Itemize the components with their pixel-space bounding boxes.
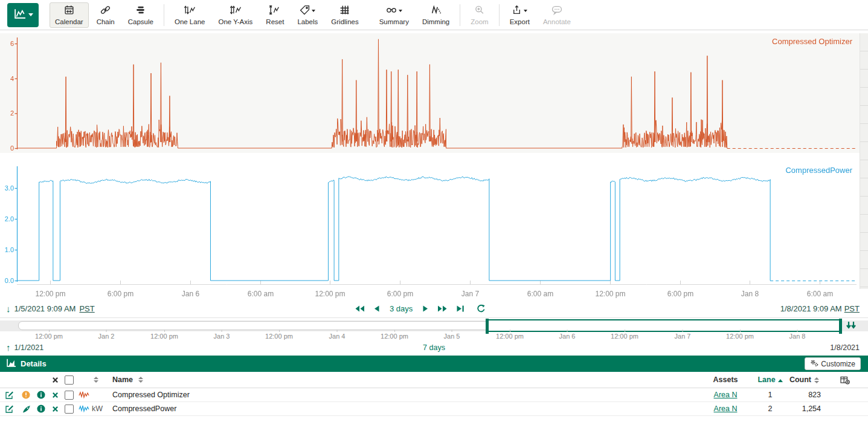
table-row-compressedpower[interactable]: kW CompressedPower Area N 2 1,254: [0, 402, 868, 416]
row-checkbox[interactable]: [65, 405, 74, 414]
display-range-start[interactable]: 1/5/2021 9:09 AM: [14, 304, 76, 313]
toolbar-separator: [460, 4, 460, 26]
count-value: 1,254: [787, 405, 839, 413]
gears-icon: [810, 359, 818, 369]
toolbar-summary-button[interactable]: Summary: [374, 2, 414, 28]
signal-unit: kW: [92, 405, 112, 413]
refresh-icon[interactable]: [475, 303, 487, 314]
step-back-button[interactable]: [372, 304, 381, 314]
sort-count-column[interactable]: [814, 377, 819, 383]
timeline-selection[interactable]: [487, 319, 841, 332]
column-header-lane[interactable]: Lane: [753, 375, 787, 384]
column-header-count[interactable]: Count: [787, 375, 839, 384]
timeline-tick-label: 12:00 pm: [496, 333, 524, 340]
info-icon[interactable]: [34, 391, 48, 399]
column-header-name[interactable]: Name: [112, 375, 133, 384]
export-icon: [512, 5, 522, 17]
step-forward-button[interactable]: [421, 304, 430, 314]
select-all-checkbox[interactable]: [65, 375, 74, 385]
details-panel-title: Details: [21, 359, 47, 368]
warning-icon[interactable]: [18, 391, 34, 399]
step-to-end-button[interactable]: [455, 304, 466, 314]
lane-resize-scrollbar[interactable]: [860, 33, 868, 289]
step-back-half-button[interactable]: [353, 304, 366, 314]
series-label-compressed-optimizer[interactable]: Compressed Optimizer: [772, 37, 852, 46]
timeline-overview: 12:00 pm Jan 2 12:00 pm Jan 3 12:00 pm J…: [0, 318, 868, 356]
duration-label[interactable]: 3 days: [390, 304, 413, 313]
timeline-axis-labels: 12:00 pm Jan 2 12:00 pm Jan 3 12:00 pm J…: [0, 333, 868, 341]
timeline-tick-label: Jan 7: [675, 333, 691, 340]
zoom-magnifier-icon: [474, 5, 484, 17]
edit-properties-icon[interactable]: [0, 405, 18, 414]
asset-link[interactable]: Area N: [714, 405, 738, 413]
reset-axes-icon: [269, 5, 281, 17]
details-panel-header: Details Customize: [0, 356, 868, 372]
step-forward-half-button[interactable]: [436, 304, 449, 314]
timeline-tick-label: Jan 6: [559, 333, 576, 340]
toolbar-zoom-button[interactable]: Zoom: [465, 2, 493, 28]
auto-update-icon[interactable]: [846, 320, 858, 334]
trend-chart-icon: [13, 8, 27, 21]
investigate-range-duration[interactable]: 7 days: [0, 343, 868, 352]
timeline-summary-row: ↑ 1/1/2021 7 days 1/8/2021: [0, 343, 868, 354]
timezone-link[interactable]: PST: [844, 304, 860, 313]
display-range-navigation: ↓ 1/5/2021 9:09 AM PST 3 days 1/8/2021 9…: [0, 301, 868, 318]
toolbar-one-lane-button[interactable]: One Lane: [169, 2, 211, 28]
toolbar-labels-button[interactable]: Labels: [292, 2, 323, 28]
one-y-axis-icon: [230, 5, 242, 17]
sort-name-column[interactable]: [138, 377, 143, 383]
toolbar-chain-button[interactable]: Chain: [91, 2, 120, 28]
range-start-arrow-icon: ↓: [6, 305, 11, 313]
toolbar-annotate-button[interactable]: Annotate: [538, 2, 576, 28]
signal-color-squiggle-icon[interactable]: [76, 391, 92, 399]
remove-all-icon[interactable]: [48, 377, 62, 383]
toolbar-calendar-button[interactable]: Calendar: [50, 2, 89, 28]
tag-icon: [300, 5, 310, 17]
worksheet-view-dropdown-button[interactable]: [7, 3, 39, 27]
gridlines-icon: [339, 5, 350, 17]
chevron-down-icon: [524, 10, 527, 12]
info-icon[interactable]: [34, 405, 48, 413]
signal-name[interactable]: CompressedPower: [112, 405, 698, 413]
toolbar-separator: [499, 4, 500, 26]
toolbar-export-button[interactable]: Export: [504, 2, 535, 28]
toolbar-capsule-button[interactable]: Capsule: [123, 2, 159, 28]
toolbar-one-y-axis-button[interactable]: One Y-Axis: [213, 2, 258, 28]
customize-button[interactable]: Customize: [805, 357, 861, 370]
dimming-icon: [431, 5, 442, 17]
toolbar-gridlines-button[interactable]: Gridlines: [326, 2, 364, 28]
asset-link[interactable]: Area N: [714, 391, 738, 399]
series-label-compressedpower[interactable]: CompressedPower: [785, 166, 852, 175]
toolbar-dimming-button[interactable]: Dimming: [417, 2, 455, 28]
timezone-link[interactable]: PST: [79, 304, 94, 313]
trend-canvas[interactable]: [0, 30, 868, 301]
toolbar-separator: [164, 4, 164, 26]
column-header-assets[interactable]: Assets: [698, 375, 753, 384]
toolbar-reset-button[interactable]: Reset: [260, 2, 289, 28]
row-checkbox[interactable]: [65, 391, 74, 400]
add-column-icon[interactable]: [839, 375, 868, 385]
trend-chart: Compressed Optimizer CompressedPower: [0, 30, 868, 301]
display-range-end[interactable]: 1/8/2021 9:09 AM: [780, 304, 842, 313]
lane-value: 1: [753, 391, 787, 399]
remove-signal-icon[interactable]: [48, 406, 62, 412]
timeline-tick-label: 12:00 pm: [726, 333, 754, 340]
timeline-tick-label: Jan 3: [214, 333, 230, 340]
table-row-compressed-optimizer[interactable]: Compressed Optimizer Area N 1 823: [0, 388, 868, 402]
selection-left-handle[interactable]: [486, 319, 489, 334]
timeline-tick-label: Jan 5: [444, 333, 460, 340]
timeline-track[interactable]: [0, 320, 868, 331]
investigate-range-end[interactable]: 1/8/2021: [830, 343, 860, 352]
signal-name[interactable]: Compressed Optimizer: [112, 391, 698, 399]
edit-properties-icon[interactable]: [0, 391, 18, 400]
timeline-tick-label: Jan 2: [98, 333, 115, 340]
timeline-tick-label: Jan 8: [789, 333, 806, 340]
asset-swap-rocket-icon[interactable]: [18, 405, 34, 414]
remove-signal-icon[interactable]: [48, 392, 62, 398]
selection-right-handle[interactable]: [839, 319, 842, 334]
timeline-tick-label: 12:00 pm: [265, 333, 293, 340]
signal-color-squiggle-icon[interactable]: [76, 405, 92, 413]
count-value: 823: [787, 391, 839, 399]
sort-color-column[interactable]: [94, 377, 98, 383]
toolbar: Calendar Chain Capsule One Lane One Y-Ax…: [0, 0, 868, 30]
